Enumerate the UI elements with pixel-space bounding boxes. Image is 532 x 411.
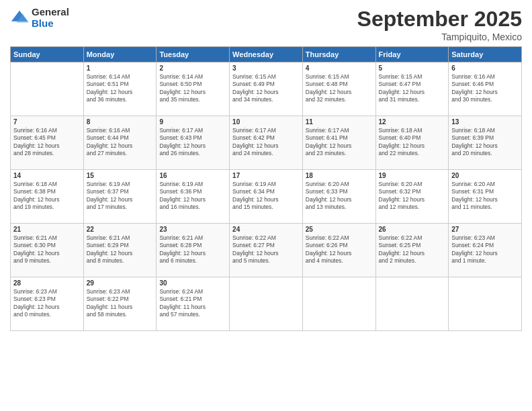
page: General Blue September 2025 Tampiquito, … [0,0,532,411]
title-block: September 2025 Tampiquito, Mexico [357,7,522,42]
day-number: 25 [306,226,373,233]
day-info: Sunrise: 6:20 AM Sunset: 6:31 PM Dayligh… [451,181,519,212]
day-number: 12 [379,118,446,126]
week-row-0: 1Sunrise: 6:14 AM Sunset: 6:51 PM Daylig… [11,62,522,116]
day-info: Sunrise: 6:18 AM Sunset: 6:38 PM Dayligh… [13,181,81,212]
day-info: Sunrise: 6:23 AM Sunset: 6:22 PM Dayligh… [87,288,154,319]
day-info: Sunrise: 6:15 AM Sunset: 6:49 PM Dayligh… [232,73,300,104]
day-cell: 8Sunrise: 6:16 AM Sunset: 6:44 PM Daylig… [83,116,157,170]
day-number: 2 [159,64,226,72]
day-cell: 13Sunrise: 6:18 AM Sunset: 6:39 PM Dayli… [449,116,522,170]
subtitle: Tampiquito, Mexico [357,32,522,42]
day-number: 3 [232,64,300,72]
day-number: 26 [379,226,446,233]
day-cell [302,277,375,331]
day-cell: 11Sunrise: 6:17 AM Sunset: 6:41 PM Dayli… [302,116,375,170]
day-cell [375,277,449,331]
day-cell: 9Sunrise: 6:17 AM Sunset: 6:43 PM Daylig… [157,116,230,170]
day-number: 23 [159,226,226,233]
week-row-3: 21Sunrise: 6:21 AM Sunset: 6:30 PM Dayli… [11,224,522,277]
day-cell: 2Sunrise: 6:14 AM Sunset: 6:50 PM Daylig… [157,62,230,116]
day-info: Sunrise: 6:17 AM Sunset: 6:43 PM Dayligh… [159,127,226,158]
day-info: Sunrise: 6:15 AM Sunset: 6:47 PM Dayligh… [379,73,446,104]
day-number: 16 [159,172,226,179]
day-cell: 26Sunrise: 6:22 AM Sunset: 6:25 PM Dayli… [375,224,449,277]
day-number: 5 [379,64,446,72]
day-info: Sunrise: 6:14 AM Sunset: 6:50 PM Dayligh… [159,73,226,104]
day-info: Sunrise: 6:18 AM Sunset: 6:39 PM Dayligh… [451,127,519,158]
day-cell [449,277,522,331]
day-cell: 12Sunrise: 6:18 AM Sunset: 6:40 PM Dayli… [375,116,449,170]
day-cell [230,277,303,331]
day-cell: 14Sunrise: 6:18 AM Sunset: 6:38 PM Dayli… [11,170,84,224]
day-info: Sunrise: 6:19 AM Sunset: 6:36 PM Dayligh… [159,181,226,212]
day-number: 10 [232,118,300,126]
day-info: Sunrise: 6:15 AM Sunset: 6:48 PM Dayligh… [306,73,373,104]
day-number: 20 [451,172,519,179]
main-title: September 2025 [357,7,522,32]
week-row-1: 7Sunrise: 6:16 AM Sunset: 6:45 PM Daylig… [11,116,522,170]
day-cell: 30Sunrise: 6:24 AM Sunset: 6:21 PM Dayli… [157,277,230,331]
header-cell-wednesday: Wednesday [230,47,303,62]
day-info: Sunrise: 6:20 AM Sunset: 6:32 PM Dayligh… [379,181,446,212]
day-cell: 27Sunrise: 6:23 AM Sunset: 6:24 PM Dayli… [449,224,522,277]
day-cell: 28Sunrise: 6:23 AM Sunset: 6:23 PM Dayli… [11,277,84,331]
day-cell: 7Sunrise: 6:16 AM Sunset: 6:45 PM Daylig… [11,116,84,170]
day-number: 22 [87,226,154,233]
day-number: 27 [451,226,519,233]
day-cell: 5Sunrise: 6:15 AM Sunset: 6:47 PM Daylig… [375,62,449,116]
day-info: Sunrise: 6:22 AM Sunset: 6:25 PM Dayligh… [379,234,446,265]
day-info: Sunrise: 6:20 AM Sunset: 6:33 PM Dayligh… [306,181,373,212]
header-cell-tuesday: Tuesday [157,47,230,62]
day-number: 14 [13,172,81,179]
day-info: Sunrise: 6:21 AM Sunset: 6:30 PM Dayligh… [13,234,81,265]
calendar-table: SundayMondayTuesdayWednesdayThursdayFrid… [10,46,522,331]
day-cell: 22Sunrise: 6:21 AM Sunset: 6:29 PM Dayli… [83,224,157,277]
day-cell: 23Sunrise: 6:21 AM Sunset: 6:28 PM Dayli… [157,224,230,277]
logo-general: General [32,7,69,18]
header-cell-thursday: Thursday [302,47,375,62]
day-info: Sunrise: 6:23 AM Sunset: 6:24 PM Dayligh… [451,234,519,265]
day-number: 4 [306,64,373,72]
day-number: 7 [13,118,81,126]
day-number: 11 [306,118,373,126]
day-cell: 21Sunrise: 6:21 AM Sunset: 6:30 PM Dayli… [11,224,84,277]
header-cell-saturday: Saturday [449,47,522,62]
header-cell-friday: Friday [375,47,449,62]
day-number: 9 [159,118,226,126]
header: General Blue September 2025 Tampiquito, … [10,7,522,42]
day-cell: 29Sunrise: 6:23 AM Sunset: 6:22 PM Dayli… [83,277,157,331]
day-cell: 16Sunrise: 6:19 AM Sunset: 6:36 PM Dayli… [157,170,230,224]
day-cell: 15Sunrise: 6:19 AM Sunset: 6:37 PM Dayli… [83,170,157,224]
day-cell: 20Sunrise: 6:20 AM Sunset: 6:31 PM Dayli… [449,170,522,224]
day-cell: 18Sunrise: 6:20 AM Sunset: 6:33 PM Dayli… [302,170,375,224]
day-info: Sunrise: 6:22 AM Sunset: 6:27 PM Dayligh… [232,234,300,265]
header-cell-sunday: Sunday [11,47,84,62]
logo-blue: Blue [32,18,69,30]
day-cell: 1Sunrise: 6:14 AM Sunset: 6:51 PM Daylig… [83,62,157,116]
day-cell: 17Sunrise: 6:19 AM Sunset: 6:34 PM Dayli… [230,170,303,224]
day-number: 19 [379,172,446,179]
day-info: Sunrise: 6:18 AM Sunset: 6:40 PM Dayligh… [379,127,446,158]
day-number: 17 [232,172,300,179]
day-number: 24 [232,226,300,233]
calendar-body: 1Sunrise: 6:14 AM Sunset: 6:51 PM Daylig… [11,62,522,331]
day-number: 13 [451,118,519,126]
day-number: 29 [87,279,154,287]
day-cell: 19Sunrise: 6:20 AM Sunset: 6:32 PM Dayli… [375,170,449,224]
day-info: Sunrise: 6:14 AM Sunset: 6:51 PM Dayligh… [87,73,154,104]
day-cell: 10Sunrise: 6:17 AM Sunset: 6:42 PM Dayli… [230,116,303,170]
day-info: Sunrise: 6:19 AM Sunset: 6:37 PM Dayligh… [87,181,154,212]
day-info: Sunrise: 6:16 AM Sunset: 6:46 PM Dayligh… [451,73,519,104]
day-info: Sunrise: 6:16 AM Sunset: 6:44 PM Dayligh… [87,127,154,158]
day-info: Sunrise: 6:21 AM Sunset: 6:28 PM Dayligh… [159,234,226,265]
table-header: SundayMondayTuesdayWednesdayThursdayFrid… [11,47,522,62]
header-cell-monday: Monday [83,47,157,62]
day-info: Sunrise: 6:17 AM Sunset: 6:41 PM Dayligh… [306,127,373,158]
day-info: Sunrise: 6:24 AM Sunset: 6:21 PM Dayligh… [159,288,226,319]
logo-icon [10,9,29,28]
day-cell: 25Sunrise: 6:22 AM Sunset: 6:26 PM Dayli… [302,224,375,277]
day-number: 21 [13,226,81,233]
day-number: 15 [87,172,154,179]
day-info: Sunrise: 6:23 AM Sunset: 6:23 PM Dayligh… [13,288,81,319]
